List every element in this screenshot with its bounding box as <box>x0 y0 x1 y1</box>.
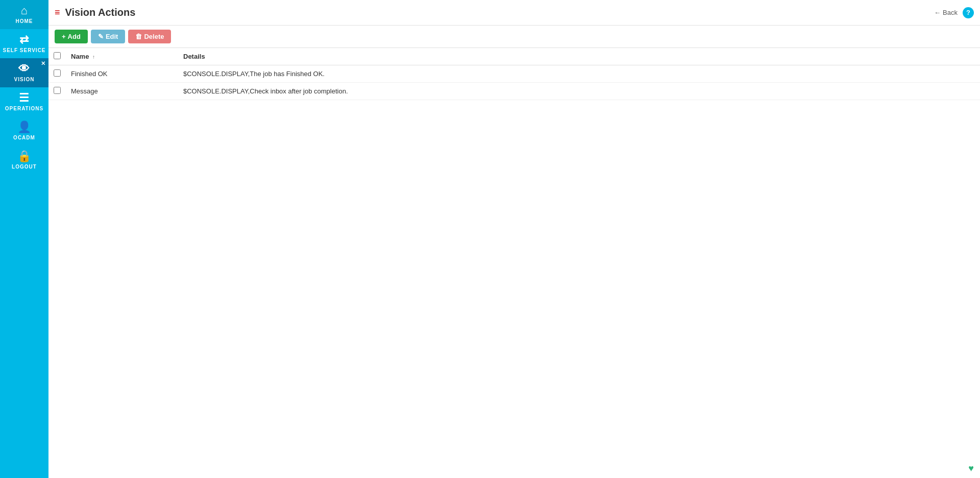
edit-button[interactable]: ✎ Edit <box>91 30 126 43</box>
actions-table: Name ↑ Details Finished OK $CONSOLE.DISP… <box>48 48 980 100</box>
th-name[interactable]: Name ↑ <box>66 48 178 65</box>
heart-icon: ♥ <box>968 463 974 473</box>
menu-icon[interactable]: ≡ <box>55 7 60 18</box>
table-row: Finished OK $CONSOLE.DISPLAY,The job has… <box>48 65 980 83</box>
th-details-label: Details <box>183 53 205 60</box>
sidebar: ⌂ HOME ⇄ SELF SERVICE ✕ 👁 VISION ☰ OPERA… <box>0 0 48 478</box>
toolbar: + Add ✎ Edit 🗑 Delete <box>48 26 980 48</box>
sidebar-label-operations: OPERATIONS <box>5 106 43 111</box>
logout-icon: 🔒 <box>17 151 32 162</box>
sidebar-label-ocadm: OCADM <box>13 135 35 140</box>
th-select-all <box>48 48 66 65</box>
table-area: Name ↑ Details Finished OK $CONSOLE.DISP… <box>48 48 980 478</box>
row-name: Message <box>66 83 178 100</box>
row-checkbox-cell <box>48 83 66 100</box>
add-plus-icon: + <box>62 33 66 40</box>
row-checkbox[interactable] <box>54 87 61 94</box>
ocadm-icon: 👤 <box>17 122 32 133</box>
row-details: $CONSOLE.DISPLAY,The job has Finished OK… <box>178 65 980 83</box>
header: ≡ Vision Actions ← Back ? <box>48 0 980 26</box>
row-details: $CONSOLE.DISPLAY,Check inbox after job c… <box>178 83 980 100</box>
home-icon: ⌂ <box>21 5 28 16</box>
main-content: ≡ Vision Actions ← Back ? + Add ✎ Edit 🗑… <box>48 0 980 478</box>
sidebar-item-logout[interactable]: 🔒 LOGOUT <box>0 146 48 175</box>
th-details: Details <box>178 48 980 65</box>
add-button[interactable]: + Add <box>55 30 88 43</box>
sidebar-item-home[interactable]: ⌂ HOME <box>0 0 48 29</box>
sort-arrow-icon: ↑ <box>92 54 95 60</box>
edit-label: Edit <box>106 33 118 40</box>
sidebar-item-operations[interactable]: ☰ OPERATIONS <box>0 87 48 116</box>
table-header-row: Name ↑ Details <box>48 48 980 65</box>
sidebar-item-self-service[interactable]: ⇄ SELF SERVICE <box>0 29 48 58</box>
select-all-checkbox[interactable] <box>54 52 61 59</box>
sidebar-item-ocadm[interactable]: 👤 OCADM <box>0 116 48 146</box>
sidebar-label-logout: LOGOUT <box>12 164 37 170</box>
footer: ♥ <box>968 463 974 474</box>
delete-label: Delete <box>144 33 164 40</box>
back-label: Back <box>943 9 958 16</box>
sidebar-item-vision[interactable]: ✕ 👁 VISION <box>0 58 48 87</box>
operations-icon: ☰ <box>19 92 30 104</box>
back-arrow-icon: ← <box>934 9 941 16</box>
sidebar-label-home: HOME <box>16 18 33 24</box>
help-button[interactable]: ? <box>963 7 974 18</box>
page-title: Vision Actions <box>65 7 935 18</box>
back-button[interactable]: ← Back <box>934 9 958 16</box>
row-checkbox-cell <box>48 65 66 83</box>
sidebar-label-self-service: SELF SERVICE <box>3 47 45 53</box>
row-name: Finished OK <box>66 65 178 83</box>
delete-icon: 🗑 <box>135 33 142 40</box>
add-label: Add <box>68 33 81 40</box>
row-checkbox[interactable] <box>54 69 61 77</box>
close-icon[interactable]: ✕ <box>41 60 46 67</box>
sidebar-label-vision: VISION <box>14 77 35 82</box>
table-row: Message $CONSOLE.DISPLAY,Check inbox aft… <box>48 83 980 100</box>
delete-button[interactable]: 🗑 Delete <box>128 30 171 43</box>
edit-icon: ✎ <box>98 33 104 40</box>
th-name-label: Name <box>71 53 89 60</box>
help-label: ? <box>966 9 970 16</box>
vision-icon: 👁 <box>18 63 30 75</box>
self-service-icon: ⇄ <box>19 34 29 45</box>
